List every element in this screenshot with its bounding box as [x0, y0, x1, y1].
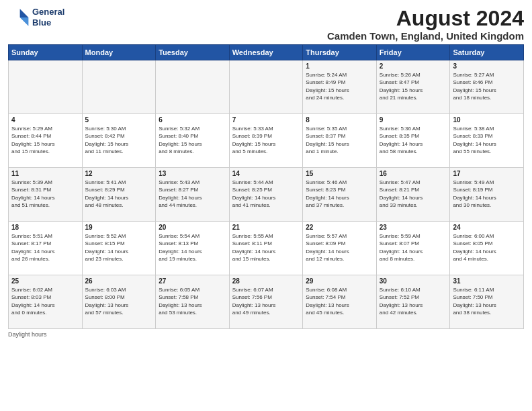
day-cell: 26Sunrise: 6:03 AMSunset: 8:00 PMDayligh… [82, 275, 156, 329]
week-row-4: 18Sunrise: 5:51 AMSunset: 8:17 PMDayligh… [9, 222, 524, 275]
day-cell [9, 60, 83, 114]
day-cell: 18Sunrise: 5:51 AMSunset: 8:17 PMDayligh… [9, 222, 83, 275]
day-info: Sunrise: 5:54 AMSunset: 8:13 PMDaylight:… [159, 232, 226, 263]
day-number: 3 [453, 62, 521, 70]
day-info: Sunrise: 6:10 AMSunset: 7:52 PMDaylight:… [380, 286, 447, 316]
column-header-sunday: Sunday [9, 45, 83, 60]
day-number: 19 [85, 224, 153, 231]
day-cell: 21Sunrise: 5:55 AMSunset: 8:11 PMDayligh… [229, 222, 303, 275]
day-number: 9 [380, 116, 447, 124]
day-info: Sunrise: 5:44 AMSunset: 8:25 PMDaylight:… [232, 179, 300, 209]
day-number: 24 [453, 224, 521, 231]
day-cell [156, 60, 230, 114]
day-cell: 11Sunrise: 5:39 AMSunset: 8:31 PMDayligh… [9, 168, 83, 222]
day-cell: 29Sunrise: 6:08 AMSunset: 7:54 PMDayligh… [303, 275, 377, 329]
day-info: Sunrise: 6:11 AMSunset: 7:50 PMDaylight:… [453, 286, 521, 316]
day-number: 13 [159, 170, 226, 177]
day-cell: 22Sunrise: 5:57 AMSunset: 8:09 PMDayligh… [303, 222, 377, 275]
column-header-thursday: Thursday [303, 45, 377, 60]
day-cell: 7Sunrise: 5:33 AMSunset: 8:39 PMDaylight… [229, 114, 303, 168]
day-cell [82, 60, 156, 114]
day-number: 10 [453, 116, 521, 124]
main-container: General Blue August 2024 Camden Town, En… [0, 0, 532, 343]
day-number: 5 [85, 116, 153, 124]
day-cell: 8Sunrise: 5:35 AMSunset: 8:37 PMDaylight… [303, 114, 377, 168]
day-number: 26 [85, 277, 153, 285]
day-cell: 25Sunrise: 6:02 AMSunset: 8:03 PMDayligh… [9, 275, 83, 329]
day-number: 28 [232, 277, 300, 285]
svg-marker-0 [20, 9, 29, 17]
month-title: August 2024 [327, 7, 524, 30]
day-info: Sunrise: 5:24 AMSunset: 8:49 PMDaylight:… [306, 71, 373, 101]
location-title: Camden Town, England, United Kingdom [327, 30, 524, 42]
day-cell: 1Sunrise: 5:24 AMSunset: 8:49 PMDaylight… [303, 60, 377, 114]
day-cell: 20Sunrise: 5:54 AMSunset: 8:13 PMDayligh… [156, 222, 230, 275]
day-cell: 12Sunrise: 5:41 AMSunset: 8:29 PMDayligh… [82, 168, 156, 222]
week-row-1: 1Sunrise: 5:24 AMSunset: 8:49 PMDaylight… [9, 60, 524, 114]
day-number: 16 [380, 170, 447, 177]
day-cell: 23Sunrise: 5:59 AMSunset: 8:07 PMDayligh… [376, 222, 450, 275]
day-number: 17 [453, 170, 521, 177]
day-cell: 17Sunrise: 5:49 AMSunset: 8:19 PMDayligh… [450, 168, 524, 222]
day-info: Sunrise: 6:00 AMSunset: 8:05 PMDaylight:… [453, 232, 521, 263]
day-number: 23 [380, 224, 447, 231]
day-info: Sunrise: 5:32 AMSunset: 8:40 PMDaylight:… [159, 125, 226, 155]
day-number: 29 [306, 277, 373, 285]
day-number: 4 [11, 116, 79, 124]
day-info: Sunrise: 6:07 AMSunset: 7:56 PMDaylight:… [232, 286, 300, 316]
day-info: Sunrise: 5:52 AMSunset: 8:15 PMDaylight:… [85, 232, 153, 263]
day-number: 2 [380, 62, 447, 70]
column-header-tuesday: Tuesday [156, 45, 230, 60]
day-cell [229, 60, 303, 114]
day-cell: 13Sunrise: 5:43 AMSunset: 8:27 PMDayligh… [156, 168, 230, 222]
column-headers: SundayMondayTuesdayWednesdayThursdayFrid… [9, 45, 524, 60]
day-number: 27 [159, 277, 226, 285]
day-info: Sunrise: 5:49 AMSunset: 8:19 PMDaylight:… [453, 179, 521, 209]
calendar-table: SundayMondayTuesdayWednesdayThursdayFrid… [8, 44, 524, 329]
svg-marker-1 [20, 17, 29, 26]
logo: General Blue [8, 7, 64, 28]
week-row-3: 11Sunrise: 5:39 AMSunset: 8:31 PMDayligh… [9, 168, 524, 222]
day-info: Sunrise: 5:57 AMSunset: 8:09 PMDaylight:… [306, 232, 373, 263]
day-number: 11 [11, 170, 79, 177]
day-cell: 15Sunrise: 5:46 AMSunset: 8:23 PMDayligh… [303, 168, 377, 222]
day-cell: 14Sunrise: 5:44 AMSunset: 8:25 PMDayligh… [229, 168, 303, 222]
footer-note: Daylight hours [8, 331, 524, 338]
day-info: Sunrise: 5:38 AMSunset: 8:33 PMDaylight:… [453, 125, 521, 155]
day-cell: 9Sunrise: 5:36 AMSunset: 8:35 PMDaylight… [376, 114, 450, 168]
day-cell: 24Sunrise: 6:00 AMSunset: 8:05 PMDayligh… [450, 222, 524, 275]
day-number: 31 [453, 277, 521, 285]
day-info: Sunrise: 5:43 AMSunset: 8:27 PMDaylight:… [159, 179, 226, 209]
day-info: Sunrise: 5:55 AMSunset: 8:11 PMDaylight:… [232, 232, 300, 263]
day-number: 22 [306, 224, 373, 231]
day-number: 25 [11, 277, 79, 285]
day-info: Sunrise: 5:29 AMSunset: 8:44 PMDaylight:… [11, 125, 79, 155]
day-info: Sunrise: 5:33 AMSunset: 8:39 PMDaylight:… [232, 125, 300, 155]
day-cell: 28Sunrise: 6:07 AMSunset: 7:56 PMDayligh… [229, 275, 303, 329]
day-number: 7 [232, 116, 300, 124]
day-info: Sunrise: 5:46 AMSunset: 8:23 PMDaylight:… [306, 179, 373, 209]
week-row-2: 4Sunrise: 5:29 AMSunset: 8:44 PMDaylight… [9, 114, 524, 168]
day-info: Sunrise: 6:05 AMSunset: 7:58 PMDaylight:… [159, 286, 226, 316]
day-info: Sunrise: 5:30 AMSunset: 8:42 PMDaylight:… [85, 125, 153, 155]
day-number: 12 [85, 170, 153, 177]
day-info: Sunrise: 5:27 AMSunset: 8:46 PMDaylight:… [453, 71, 521, 101]
day-cell: 16Sunrise: 5:47 AMSunset: 8:21 PMDayligh… [376, 168, 450, 222]
day-cell: 19Sunrise: 5:52 AMSunset: 8:15 PMDayligh… [82, 222, 156, 275]
day-number: 21 [232, 224, 300, 231]
day-cell: 3Sunrise: 5:27 AMSunset: 8:46 PMDaylight… [450, 60, 524, 114]
day-number: 18 [11, 224, 79, 231]
day-number: 20 [159, 224, 226, 231]
day-cell: 6Sunrise: 5:32 AMSunset: 8:40 PMDaylight… [156, 114, 230, 168]
logo-icon [8, 7, 30, 28]
day-cell: 2Sunrise: 5:26 AMSunset: 8:47 PMDaylight… [376, 60, 450, 114]
day-info: Sunrise: 5:59 AMSunset: 8:07 PMDaylight:… [380, 232, 447, 263]
day-info: Sunrise: 5:47 AMSunset: 8:21 PMDaylight:… [380, 179, 447, 209]
week-row-5: 25Sunrise: 6:02 AMSunset: 8:03 PMDayligh… [9, 275, 524, 329]
header: General Blue August 2024 Camden Town, En… [8, 7, 524, 42]
day-info: Sunrise: 5:26 AMSunset: 8:47 PMDaylight:… [380, 71, 447, 101]
day-cell: 31Sunrise: 6:11 AMSunset: 7:50 PMDayligh… [450, 275, 524, 329]
day-cell: 27Sunrise: 6:05 AMSunset: 7:58 PMDayligh… [156, 275, 230, 329]
day-cell: 4Sunrise: 5:29 AMSunset: 8:44 PMDaylight… [9, 114, 83, 168]
day-number: 8 [306, 116, 373, 124]
